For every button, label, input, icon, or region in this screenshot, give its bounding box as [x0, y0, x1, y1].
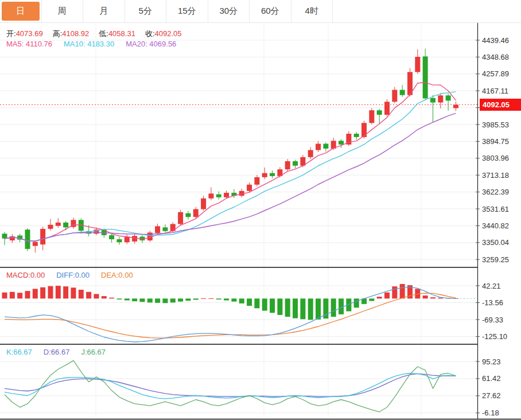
j-line [5, 360, 456, 411]
candle [162, 227, 168, 231]
kline-chart-app: 日 周 月 5分 15分 30分 60分 4时 4439.464348.6842… [0, 0, 521, 420]
kdj-axis-label: 95.23 [482, 357, 501, 366]
tab-month-label: 月 [85, 2, 123, 21]
macd-bar [384, 293, 390, 299]
macd-bar [86, 292, 91, 299]
candle [247, 185, 252, 191]
candle [208, 193, 213, 198]
candle [415, 57, 420, 72]
macd-bar [300, 298, 305, 319]
macd-readout: MACD:0.00DIFF:0.00DEA:0.00 [6, 271, 145, 279]
open-value: 4073.69 [16, 29, 43, 38]
tab-4hour-label: 4时 [293, 2, 331, 21]
macd-bar [155, 298, 160, 302]
price-axis-label: 3803.96 [482, 154, 509, 162]
tab-60min-label: 60分 [251, 2, 289, 21]
macd-bar [125, 298, 130, 300]
macd-bar [231, 298, 236, 301]
ohlc-readout: 开:4073.69高:4108.92低:4058.31收:4092.05 [6, 29, 192, 39]
price-axis-label: 4257.89 [482, 69, 509, 78]
tab-30min[interactable]: 30分 [208, 0, 250, 22]
macd-bar [285, 298, 290, 317]
candle [400, 90, 405, 95]
macd-bar [392, 286, 397, 298]
candle [316, 144, 321, 150]
candle [262, 173, 267, 177]
tab-week[interactable]: 周 [42, 0, 84, 22]
macd-bar [170, 298, 176, 302]
tab-week-label: 周 [44, 2, 81, 21]
macd-bar [423, 295, 428, 298]
macd-bar [102, 296, 107, 298]
candle [125, 237, 130, 242]
macd-axis-label: -13.56 [482, 298, 503, 307]
candle [201, 199, 206, 209]
tab-5min[interactable]: 5分 [125, 0, 167, 22]
macd-bar [132, 298, 137, 301]
macd-bar [247, 298, 252, 306]
macd-bar [56, 286, 61, 298]
price-axis-label: 3440.82 [482, 221, 509, 230]
candle [423, 56, 428, 98]
macd-bar [369, 298, 374, 301]
macd-bar [224, 298, 229, 300]
macd-bar [185, 298, 190, 301]
candle [377, 110, 382, 115]
candle [384, 102, 390, 115]
candle [10, 236, 15, 240]
macd-bar [147, 298, 153, 302]
macd-bar [262, 298, 267, 310]
candle [285, 161, 290, 169]
macd-bar [208, 298, 213, 299]
d-value: D:66.67 [44, 348, 70, 356]
kdj-readout: K:66.67D:66.67J:66.67 [6, 348, 117, 356]
macd-bar [331, 298, 336, 317]
price-axis-label: 3622.39 [482, 188, 509, 196]
candle [438, 95, 443, 102]
candle [2, 234, 7, 238]
high-label: 高: [53, 29, 63, 38]
timeframe-tabs: 日 周 月 5分 15分 30分 60分 4时 [0, 0, 521, 23]
candle [216, 195, 221, 197]
macd-bar [94, 294, 99, 298]
macd-bar [430, 297, 436, 298]
tab-15min[interactable]: 15分 [166, 0, 208, 22]
candle [270, 173, 275, 176]
candle [453, 105, 458, 108]
macd-bar [270, 298, 275, 313]
macd-bar [354, 298, 359, 308]
candle [392, 90, 397, 102]
price-axis-label: 3713.18 [482, 171, 509, 180]
price-axis-label: 3894.75 [482, 137, 509, 146]
price-axis-label: 4167.11 [482, 87, 508, 95]
tab-day[interactable]: 日 [0, 0, 42, 22]
macd-bar [339, 298, 344, 314]
tab-month[interactable]: 月 [83, 0, 125, 22]
diff-value: DIFF:0.00 [56, 271, 90, 279]
close-label: 收: [145, 29, 155, 38]
macd-bar [71, 287, 76, 298]
macd-bar [277, 298, 282, 315]
price-axis-label: 3259.25 [482, 255, 509, 264]
candle [178, 212, 183, 224]
macd-bar [201, 298, 206, 299]
macd-axis-label: -125.10 [482, 332, 507, 341]
chart-canvas[interactable]: 4439.464348.684257.894167.114076.323985.… [0, 23, 521, 420]
candle [132, 236, 137, 242]
ma-readout: MA5: 4110.76MA10: 4183.30MA20: 4069.56 [6, 40, 188, 48]
macd-bar [316, 298, 321, 319]
tab-4hour[interactable]: 4时 [291, 0, 333, 22]
candle [369, 110, 374, 123]
price-axis-label: 3531.61 [482, 205, 509, 213]
macd-bar [40, 287, 45, 299]
candle [63, 223, 68, 227]
candle [339, 141, 344, 144]
macd-axis-label: 42.21 [482, 282, 501, 290]
candle [323, 144, 328, 149]
macd-bar [162, 298, 168, 303]
macd-axis-label: -69.33 [482, 316, 503, 324]
macd-bar [293, 298, 298, 318]
tab-60min[interactable]: 60分 [250, 0, 291, 22]
candle [25, 230, 30, 249]
macd-bar [400, 284, 405, 298]
